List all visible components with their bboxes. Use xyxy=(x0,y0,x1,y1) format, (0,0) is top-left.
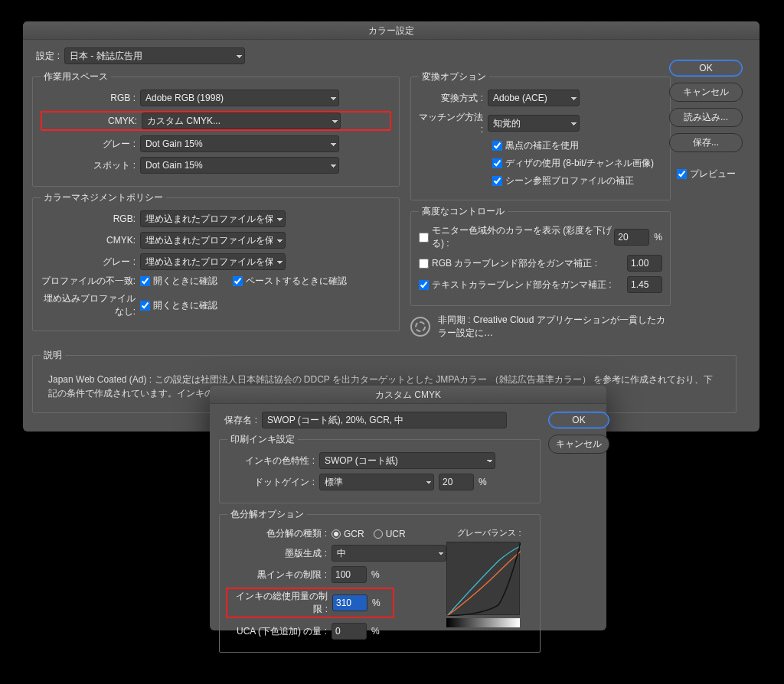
policy-cmyk-select[interactable]: 埋め込まれたプロファイルを保持 xyxy=(140,232,286,249)
engine-label: 変換方式 : xyxy=(419,92,488,105)
workspace-fieldset: 作業用スペース RGB : Adobe RGB (1998) CMYK: カスタ… xyxy=(32,70,400,187)
blackgen-label: 墨版生成 : xyxy=(227,547,332,560)
bpc-check[interactable]: 黒点の補正を使用 xyxy=(492,139,579,152)
gray-label: グレー : xyxy=(41,138,140,151)
description-legend: 説明 xyxy=(41,349,65,362)
desat-input[interactable] xyxy=(614,229,649,246)
name-input[interactable] xyxy=(262,412,507,428)
policy-rgb-select[interactable]: 埋め込まれたプロファイルを保持 xyxy=(140,210,286,227)
pct-1: % xyxy=(367,569,380,580)
dialog-title: カラー設定 xyxy=(23,21,760,40)
conversion-legend: 変換オプション xyxy=(419,70,489,83)
advanced-fieldset: 高度なコントロール モニター色域外のカラーを表示 (彩度を下げる) : % RG… xyxy=(410,205,671,306)
missing-label: 埋め込みプロファイルなし: xyxy=(41,292,140,318)
name-label: 保存名 : xyxy=(219,414,262,427)
load-button[interactable]: 読み込み... xyxy=(669,108,743,127)
ink-fieldset: 印刷インキ設定 インキの色特性 : SWOP (コート紙) ドットゲイン : 標… xyxy=(219,433,541,503)
scene-check[interactable]: シーン参照プロファイルの補正 xyxy=(492,174,634,187)
policy-gray-select[interactable]: 埋め込まれたプロファイルを保持 xyxy=(140,253,286,270)
sub-ok-button[interactable]: OK xyxy=(548,412,609,428)
policy-legend: カラーマネジメントポリシー xyxy=(41,191,166,204)
inkcolors-select[interactable]: SWOP (コート紙) xyxy=(319,452,495,469)
blacklimit-input[interactable] xyxy=(332,566,367,583)
rgbblend-check[interactable]: RGB カラーブレンド部分をガンマ補正 : xyxy=(419,257,597,270)
separation-fieldset: 色分解オプション 色分解の種類 : GCR UCR 墨版生成 : 中 黒インキの… xyxy=(219,508,541,653)
desat-check[interactable]: モニター色域外のカラーを表示 (彩度を下げる) : xyxy=(419,224,614,250)
uca-input[interactable] xyxy=(332,623,367,640)
color-settings-dialog: カラー設定 設定 : 日本 - 雑誌広告用 作業用スペース RGB : Adob… xyxy=(23,21,760,432)
totallimit-input[interactable] xyxy=(332,594,368,611)
main-buttons: OK キャンセル 読み込み... 保存... プレビュー xyxy=(669,60,743,181)
sub-cancel-button[interactable]: キャンセル xyxy=(548,435,609,454)
blackgen-select[interactable]: 中 xyxy=(332,545,446,562)
spot-label: スポット : xyxy=(41,159,140,172)
dotgain-input[interactable] xyxy=(439,474,474,490)
cancel-button[interactable]: キャンセル xyxy=(669,83,743,102)
gray-ramp xyxy=(446,618,520,627)
dither-check[interactable]: ディザの使用 (8-bit/チャンネル画像) xyxy=(492,157,654,170)
conversion-fieldset: 変換オプション 変換方式 : Adobe (ACE) マッチング方法 : 知覚的… xyxy=(410,70,671,200)
missing-open-check[interactable]: 開くときに確認 xyxy=(140,299,217,312)
save-button[interactable]: 保存... xyxy=(669,133,743,152)
pct-2: % xyxy=(368,598,381,608)
intent-select[interactable]: 知覚的 xyxy=(488,115,580,132)
dotgain-unit: % xyxy=(474,477,487,487)
pct-label: % xyxy=(649,232,662,243)
rgb-select[interactable]: Adobe RGB (1998) xyxy=(140,90,339,106)
policy-rgb-label: RGB: xyxy=(41,213,140,224)
settings-select[interactable]: 日本 - 雑誌広告用 xyxy=(64,47,245,64)
settings-label: 設定 : xyxy=(32,50,64,63)
sync-icon xyxy=(410,317,430,337)
graybalance-chart xyxy=(446,542,520,615)
mismatch-paste-check[interactable]: ペーストするときに確認 xyxy=(233,275,347,288)
cmyk-label: CMYK: xyxy=(42,116,142,126)
ok-button[interactable]: OK xyxy=(669,60,743,77)
pct-3: % xyxy=(367,626,380,637)
policy-cmyk-label: CMYK: xyxy=(41,235,140,246)
engine-select[interactable]: Adobe (ACE) xyxy=(488,90,580,106)
totallimit-label: インキの総使用量の制限 : xyxy=(228,590,332,616)
preview-check[interactable]: プレビュー xyxy=(677,168,736,181)
textblend-check[interactable]: テキストカラーブレンド部分をガンマ補正 : xyxy=(419,278,612,292)
rgb-label: RGB : xyxy=(41,93,140,103)
separation-legend: 色分解オプション xyxy=(227,508,307,521)
intent-label: マッチング方法 : xyxy=(419,111,488,135)
dotgain-select[interactable]: 標準 xyxy=(319,474,434,490)
graybalance-label: グレーバランス : xyxy=(446,527,532,539)
gray-select[interactable]: Dot Gain 15% xyxy=(140,135,339,152)
mismatch-label: プロファイルの不一致: xyxy=(41,275,140,288)
policy-fieldset: カラーマネジメントポリシー RGB: 埋め込まれたプロファイルを保持 CMYK:… xyxy=(32,191,400,331)
sync-text: 非同期 : Creative Cloud アプリケーションが一貫したカラー設定に… xyxy=(430,314,671,340)
workspace-legend: 作業用スペース xyxy=(41,70,111,83)
policy-gray-label: グレー : xyxy=(41,256,140,269)
blacklimit-label: 黒インキの制限 : xyxy=(227,568,332,581)
inkcolors-label: インキの色特性 : xyxy=(227,454,319,467)
mismatch-open-check[interactable]: 開くときに確認 xyxy=(140,275,217,288)
sub-dialog-title: カスタム CMYK xyxy=(210,386,606,404)
spot-select[interactable]: Dot Gain 15% xyxy=(140,157,339,174)
textblend-input[interactable] xyxy=(627,276,662,293)
dotgain-label: ドットゲイン : xyxy=(227,476,319,489)
advanced-legend: 高度なコントロール xyxy=(419,205,508,218)
septype-label: 色分解の種類 : xyxy=(227,527,332,540)
gcr-radio[interactable]: GCR xyxy=(332,529,364,539)
rgbblend-input[interactable] xyxy=(627,255,662,272)
cmyk-select[interactable]: カスタム CMYK... xyxy=(142,112,341,129)
custom-cmyk-dialog: カスタム CMYK 保存名 : 印刷インキ設定 インキの色特性 : SWOP (… xyxy=(210,386,606,630)
uca-label: UCA (下色追加) の量 : xyxy=(227,625,332,638)
ink-legend: 印刷インキ設定 xyxy=(227,433,298,446)
ucr-radio[interactable]: UCR xyxy=(374,529,406,539)
